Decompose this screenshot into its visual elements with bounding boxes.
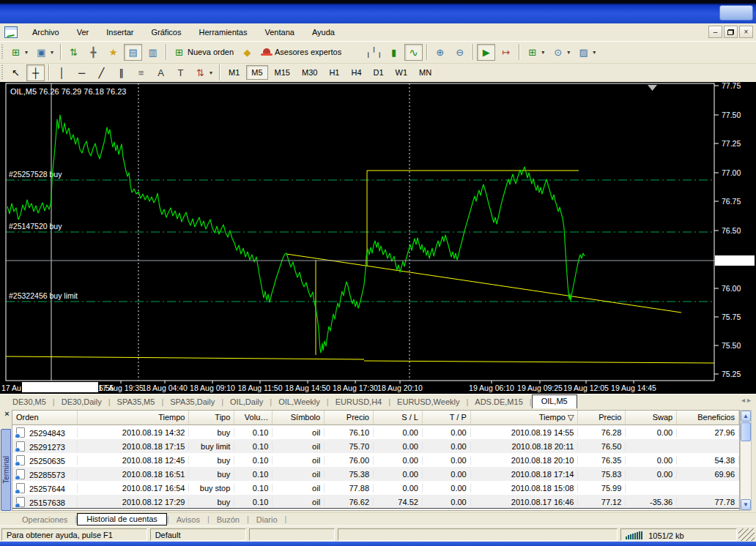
indicators-button[interactable]: ⊞▾ <box>523 44 547 61</box>
history-row[interactable]: 251576382010.08.12 17:29buy0.10oil76.627… <box>12 495 739 509</box>
dropdown-caret-icon[interactable]: ▾ <box>210 70 212 76</box>
tab-scroll-right-icon[interactable]: ▸ <box>747 396 753 404</box>
dropdown-caret-icon[interactable]: ▾ <box>541 49 544 56</box>
dropdown-caret-icon[interactable]: ▾ <box>593 49 596 56</box>
column-header-tiempo[interactable]: Tiempo ▽ <box>471 411 579 425</box>
candlestick-chart-button[interactable]: ▮ <box>385 44 403 61</box>
column-header-precio[interactable]: Precio <box>578 411 626 425</box>
column-header-volu[interactable]: Volu… <box>234 411 273 425</box>
arrows-button[interactable]: ⇅▾ <box>191 64 215 81</box>
column-header-precio[interactable]: Precio <box>325 411 374 425</box>
expert-advisors-button[interactable]: Asesores expertos <box>258 45 344 59</box>
chart-tab-de30-m5[interactable]: DE30,M5 <box>6 396 53 408</box>
chart-tab-spa35-m5[interactable]: SPA35,M5 <box>111 396 162 408</box>
menu-ventana[interactable]: Ventana <box>256 25 303 40</box>
timeframe-h4-button[interactable]: H4 <box>346 65 366 80</box>
chart-tab-oil-weekly[interactable]: OIL,Weekly <box>272 396 327 408</box>
menu-insertar[interactable]: Insertar <box>97 25 142 40</box>
terminal-tab-diario[interactable]: Diario <box>249 515 285 525</box>
history-row[interactable]: 252855732010.08.18 16:51buy0.10oil75.380… <box>12 467 739 481</box>
equidistant-channel-button[interactable]: ∥ <box>112 64 130 81</box>
status-profile[interactable]: Default <box>150 528 246 541</box>
vertical-line-button[interactable]: │ <box>53 64 71 81</box>
support-line-right[interactable] <box>364 361 714 363</box>
zoom-out-button[interactable]: ⊖ <box>451 44 469 61</box>
dropdown-caret-icon[interactable]: ▾ <box>25 49 28 56</box>
menu-ayuda[interactable]: Ayuda <box>303 25 344 40</box>
market-watch-button[interactable]: ⇅ <box>64 44 83 61</box>
history-row[interactable]: 252948432010.08.19 14:32buy0.10oil76.100… <box>12 425 739 439</box>
chart-tab-oil-m5[interactable]: OIL,M5 <box>532 394 577 408</box>
auto-scroll-button[interactable]: ▶ <box>477 44 495 61</box>
trendline-descending[interactable] <box>286 254 681 313</box>
line-chart-button[interactable]: ∿ <box>404 44 423 61</box>
dropdown-caret-icon[interactable]: ▾ <box>51 49 53 56</box>
tab-scroll-left-icon[interactable]: ◂ <box>741 396 747 404</box>
terminal-tab-historial-de-cuentas[interactable]: Historial de cuentas <box>77 513 167 526</box>
column-header-tiempo[interactable]: Tiempo <box>78 411 190 425</box>
horizontal-line-button[interactable]: ─ <box>73 64 91 81</box>
timeframe-m15-button[interactable]: M15 <box>270 65 295 80</box>
periods-button[interactable]: ⊙▾ <box>549 44 573 61</box>
timeframe-m1-button[interactable]: M1 <box>223 65 245 80</box>
text-label-button[interactable]: T <box>171 64 190 81</box>
text-button[interactable]: A <box>152 64 170 81</box>
timeframe-m5-button[interactable]: M5 <box>246 65 267 80</box>
terminal-tab-operaciones[interactable]: Operaciones <box>15 515 75 525</box>
chart-canvas[interactable]: #25257528 buy#25147520 buy#25322456 buy … <box>0 82 756 394</box>
chart-area[interactable]: #25257528 buy#25147520 buy#25322456 buy … <box>0 82 756 394</box>
chart-tab-scroll[interactable]: ◂▸ <box>741 396 753 404</box>
timeframe-h1-button[interactable]: H1 <box>324 65 344 80</box>
profiles-button[interactable]: ▣▾ <box>32 44 56 61</box>
terminal-tab-avisos[interactable]: Avisos <box>169 515 207 525</box>
timeframe-mn-button[interactable]: MN <box>414 65 437 80</box>
chart-shift-marker[interactable] <box>648 85 657 91</box>
menu-ver[interactable]: Ver <box>68 25 98 40</box>
menu-archivo[interactable]: Archivo <box>23 25 68 40</box>
chart-tab-eurusd-weekly[interactable]: EURUSD,Weekly <box>390 396 466 408</box>
terminal-side-tab[interactable]: Terminal <box>1 429 11 511</box>
column-header-swap[interactable]: Swap <box>626 411 677 425</box>
history-row[interactable]: 252576442010.08.17 16:54buy stop0.10oil7… <box>12 481 739 495</box>
bar-chart-button[interactable]: ╷╵╷ <box>365 44 383 61</box>
timeframe-w1-button[interactable]: W1 <box>390 65 413 80</box>
new-order-button[interactable]: ⊞Nueva orden <box>170 44 237 61</box>
chart-shift-button[interactable]: ↦ <box>497 44 515 61</box>
strategy-tester-button[interactable]: ▥ <box>144 44 162 61</box>
terminal-close-icon[interactable]: × <box>2 410 12 419</box>
column-header-smbolo[interactable]: Símbolo <box>273 411 325 425</box>
chart-tab-de30-daily[interactable]: DE30,Daily <box>55 396 108 408</box>
history-row[interactable]: 252506352010.08.18 12:45buy0.10oil76.000… <box>12 453 739 467</box>
close-button[interactable]: × <box>739 26 753 38</box>
column-header-tipo[interactable]: Tipo <box>189 411 234 425</box>
terminal-panel-button[interactable]: ▤ <box>124 44 142 61</box>
timeframe-m30-button[interactable]: M30 <box>297 65 322 80</box>
terminal-tab-buz-n[interactable]: Buzón <box>210 515 247 525</box>
scroll-up-icon[interactable]: ▲ <box>741 411 751 422</box>
data-window-button[interactable]: ╋ <box>84 44 103 61</box>
chart-tab-ads-de-m15[interactable]: ADS.DE,M15 <box>468 396 529 408</box>
templates-button[interactable]: ▨▾ <box>574 44 598 61</box>
titlebar-window-controls[interactable] <box>719 5 753 20</box>
chart-tab-eurusd-h4[interactable]: EURUSD,H4 <box>329 396 389 408</box>
resize-grip[interactable] <box>738 528 755 541</box>
dropdown-caret-icon[interactable]: ▾ <box>567 49 570 56</box>
toolbar-grip[interactable] <box>1 65 3 80</box>
timeframe-d1-button[interactable]: D1 <box>368 65 389 80</box>
restore-button[interactable] <box>724 26 738 38</box>
column-header-orden[interactable]: Orden <box>12 411 78 425</box>
menu-gráficos[interactable]: Gráficos <box>143 25 190 40</box>
column-header-sl[interactable]: S / L <box>374 411 423 425</box>
support-line-left[interactable] <box>6 356 364 359</box>
chart-tab-oil-daily[interactable]: OIL,Daily <box>223 396 270 408</box>
new-chart-button[interactable]: ⊞▾ <box>7 44 31 61</box>
history-row[interactable]: 252912732010.08.18 17:15buy limit0.10oil… <box>12 439 739 453</box>
scrollbar-thumb[interactable] <box>741 422 751 441</box>
toolbar-grip[interactable] <box>1 45 3 59</box>
trendline-button[interactable]: ╱ <box>92 64 111 81</box>
column-header-beneficios[interactable]: Beneficios <box>677 411 739 425</box>
metaeditor-button[interactable]: ◆ <box>238 44 256 61</box>
zoom-in-button[interactable]: ⊕ <box>431 44 449 61</box>
navigator-button[interactable]: ★ <box>104 44 122 61</box>
column-header-tp[interactable]: T / P <box>423 411 471 425</box>
